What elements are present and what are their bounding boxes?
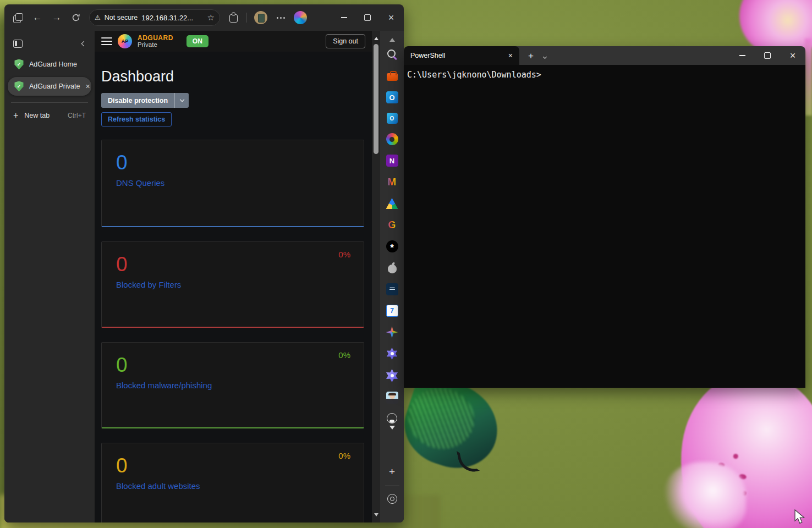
close-tab-icon[interactable]: × — [85, 82, 90, 91]
new-tab-shortcut: Ctrl+T — [68, 112, 86, 119]
terminal-prompt: C:\Users\jqknono\Downloads> — [407, 70, 541, 80]
add-sidebar-app-icon[interactable]: + — [389, 466, 395, 477]
stat-label[interactable]: Blocked adult websites — [116, 481, 349, 491]
stat-value: 0 — [116, 152, 349, 173]
back-icon[interactable] — [31, 12, 43, 24]
stat-value: 0 — [116, 254, 349, 274]
terminal-titlebar: PowerShell × + — [404, 46, 805, 65]
browser-close-button[interactable] — [383, 10, 399, 25]
sign-out-button[interactable]: Sign out — [326, 34, 365, 48]
terminal-tab-title: PowerShell — [410, 52, 504, 59]
adguard-content: Dashboard Disable protection Refresh sta… — [95, 52, 372, 522]
sidebar-scroll-down-icon[interactable] — [389, 426, 395, 432]
stat-card-blocked-filters: 0 Blocked by Filters 0% — [101, 241, 364, 328]
stat-label[interactable]: Blocked by Filters — [116, 280, 349, 289]
gmail-icon[interactable] — [386, 176, 398, 188]
calculator-extension-icon[interactable] — [254, 11, 267, 24]
refresh-statistics-button[interactable]: Refresh statistics — [101, 112, 172, 127]
stat-label[interactable]: DNS Queries — [116, 178, 349, 188]
qwen-icon[interactable] — [386, 348, 398, 360]
stat-value: 0 — [116, 455, 349, 476]
collapse-sidebar-icon[interactable] — [81, 41, 87, 46]
adguard-logo[interactable]: AP — [118, 34, 132, 48]
terminal-tab-dropdown-icon[interactable] — [544, 51, 546, 61]
titlebar-divider — [246, 13, 247, 23]
disable-protection-label: Disable protection — [101, 93, 174, 108]
microsoft-365-icon[interactable] — [386, 133, 398, 145]
gemini-icon[interactable] — [386, 326, 398, 338]
extensions-icon[interactable] — [227, 12, 239, 24]
adguard-shield-icon — [14, 81, 24, 92]
favorite-star-icon[interactable]: ☆ — [207, 13, 215, 23]
assistant-avatar-icon[interactable] — [386, 392, 398, 404]
brand-name: ADGUARD — [138, 35, 173, 42]
terminal-close-button[interactable] — [780, 46, 805, 65]
terminal-tab-close-icon[interactable]: × — [508, 51, 513, 60]
stat-card-blocked-adult: 0 Blocked adult websites 0% — [101, 443, 364, 522]
tab-actions-icon[interactable] — [13, 40, 23, 48]
disable-protection-button[interactable]: Disable protection — [101, 93, 189, 108]
more-menu-icon[interactable] — [275, 12, 287, 24]
chatgpt-icon[interactable] — [386, 240, 398, 252]
stat-value: 0 — [116, 355, 349, 375]
sidebar-bottom-divider — [385, 486, 399, 486]
terminal-window: PowerShell × + C:\Users\jqknono\Download… — [404, 46, 805, 388]
browser-titlebar: ⚠ Not secure 192.168.31.22... ☆ — [4, 4, 404, 31]
outlook-calendar-icon[interactable] — [387, 113, 398, 124]
terminal-tab-powershell[interactable]: PowerShell × — [404, 46, 519, 65]
qwen-alt-icon[interactable] — [386, 369, 399, 382]
wallpaper-hummingbird — [405, 384, 515, 505]
stat-label[interactable]: Blocked malware/phishing — [116, 381, 349, 390]
terminal-minimize-button[interactable] — [729, 46, 755, 65]
page-scrollbar[interactable] — [372, 31, 380, 522]
shopping-icon[interactable] — [386, 70, 398, 82]
edge-sidebar: + — [380, 31, 404, 522]
plus-icon: + — [13, 111, 18, 120]
gear-icon[interactable] — [387, 494, 397, 504]
search-icon[interactable] — [386, 48, 398, 61]
sidebar-divider — [11, 102, 88, 103]
workspaces-icon[interactable] — [12, 12, 24, 24]
terminal-new-tab-icon[interactable]: + — [528, 51, 534, 61]
vertical-tabs-sidebar: AdGuard Home AdGuard Private × + New tab… — [4, 31, 95, 522]
chevron-down-icon — [179, 97, 184, 102]
sidebar-scroll-up-icon[interactable] — [389, 35, 395, 42]
brand-subtitle: Private — [138, 41, 173, 48]
wallpaper-flower-bottom — [668, 365, 812, 528]
browser-maximize-button[interactable] — [359, 10, 376, 25]
scrollbar-down-arrow[interactable] — [374, 513, 378, 519]
address-bar[interactable]: ⚠ Not secure 192.168.31.22... ☆ — [89, 9, 220, 26]
deepl-badge-icon[interactable] — [386, 283, 398, 295]
copilot-icon[interactable] — [294, 11, 307, 24]
google-icon[interactable] — [386, 219, 398, 231]
stat-percent: 0% — [338, 350, 350, 360]
url-text[interactable]: 192.168.31.22... — [141, 14, 203, 22]
terminal-output[interactable]: C:\Users\jqknono\Downloads> — [404, 65, 805, 388]
stat-card-dns-queries: 0 DNS Queries — [101, 140, 364, 227]
terminal-maximize-button[interactable] — [755, 46, 780, 65]
apple-icon[interactable] — [386, 262, 398, 274]
page-title: Dashboard — [101, 68, 364, 85]
refresh-icon[interactable] — [70, 12, 82, 24]
wallpaper-flower-highlight — [663, 462, 746, 528]
menu-icon[interactable] — [101, 37, 112, 45]
edge-sidebar-bottom: + — [380, 462, 404, 522]
google-calendar-icon[interactable] — [386, 305, 398, 317]
google-drive-icon[interactable] — [386, 197, 398, 210]
scrollbar-up-arrow[interactable] — [374, 35, 378, 40]
not-secure-warning-icon: ⚠ — [95, 14, 101, 21]
mouse-cursor — [794, 509, 807, 527]
tab-adguard-private[interactable]: AdGuard Private × — [8, 77, 91, 96]
new-tab-button[interactable]: + New tab Ctrl+T — [4, 107, 95, 124]
browser-minimize-button[interactable] — [336, 10, 352, 25]
security-label[interactable]: Not secure — [105, 14, 138, 21]
tab-adguard-home[interactable]: AdGuard Home — [8, 56, 92, 73]
edge-sidebar-icons — [386, 48, 399, 424]
forward-icon[interactable] — [51, 12, 63, 24]
scrollbar-thumb[interactable] — [374, 44, 378, 154]
hidden-app-icon[interactable] — [387, 413, 397, 424]
onenote-icon[interactable] — [386, 155, 398, 167]
disable-protection-dropdown[interactable] — [174, 93, 189, 108]
outlook-icon[interactable] — [386, 91, 398, 103]
stat-percent: 0% — [338, 250, 350, 259]
